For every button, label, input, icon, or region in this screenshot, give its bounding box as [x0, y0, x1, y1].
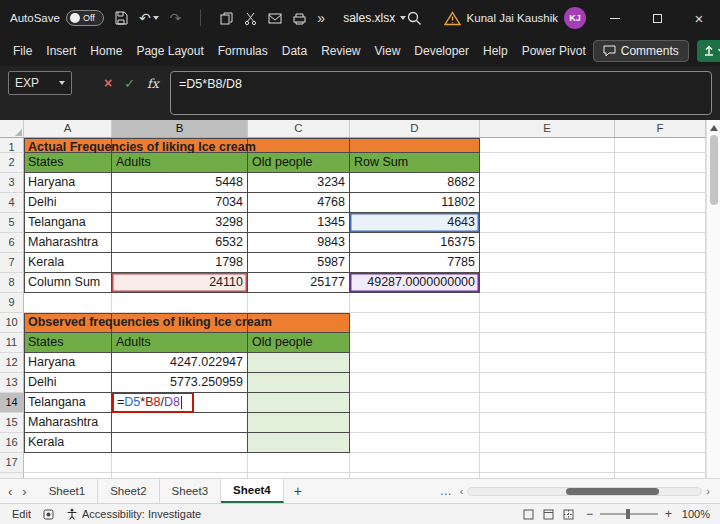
cell-C1[interactable] — [248, 138, 350, 153]
cell-C8[interactable]: 25177 — [248, 273, 350, 293]
save-icon[interactable] — [114, 11, 128, 25]
cell-B9[interactable] — [112, 293, 248, 313]
cell-B7[interactable]: 1798 — [112, 253, 248, 273]
search-icon[interactable] — [407, 11, 422, 26]
sheet-nav-left-icon[interactable]: ‹ — [8, 484, 12, 499]
column-header-C[interactable]: C — [248, 120, 350, 137]
cell-D15[interactable] — [350, 413, 480, 433]
row-header-3[interactable]: 3 — [0, 173, 24, 193]
cell-D10[interactable] — [350, 313, 480, 333]
column-header-D[interactable]: D — [350, 120, 480, 137]
cell-F4[interactable] — [615, 193, 706, 213]
cell-B8[interactable]: 24110 — [112, 273, 248, 293]
close-button[interactable]: × — [678, 0, 720, 36]
cell-D7[interactable]: 7785 — [350, 253, 480, 273]
cell-A3[interactable]: Haryana — [24, 173, 112, 193]
cell-F7[interactable] — [615, 253, 706, 273]
page-layout-view-icon[interactable] — [543, 509, 554, 520]
row-header-2[interactable]: 2 — [0, 153, 24, 173]
cell-F5[interactable] — [615, 213, 706, 233]
maximize-button[interactable] — [636, 0, 678, 36]
cell-A1[interactable]: Actual Frequencies of liking Ice cream — [24, 138, 112, 153]
cell-B11[interactable]: Adults — [112, 333, 248, 353]
menu-tab-power-pivot[interactable]: Power Pivot — [515, 36, 593, 66]
cell-D14[interactable] — [350, 393, 480, 413]
cancel-entry-icon[interactable]: × — [104, 75, 112, 91]
horizontal-scrollbar-thumb[interactable] — [566, 488, 659, 495]
cell-E2[interactable] — [480, 153, 615, 173]
cut-icon[interactable] — [244, 12, 257, 25]
cell-C9[interactable] — [248, 293, 350, 313]
formula-input[interactable]: =D5*B8/D8 — [170, 71, 712, 115]
cell-C14[interactable] — [248, 393, 350, 413]
cell-E6[interactable] — [480, 233, 615, 253]
cell-A12[interactable]: Haryana — [24, 353, 112, 373]
column-header-A[interactable]: A — [24, 120, 112, 137]
cell-A10[interactable]: Observed frequencies of liking Ice cream — [24, 313, 112, 333]
cell-A6[interactable]: Maharashtra — [24, 233, 112, 253]
cell-F13[interactable] — [615, 373, 706, 393]
cell-A2[interactable]: States — [24, 153, 112, 173]
cell-B5[interactable]: 3298 — [112, 213, 248, 233]
cell-F6[interactable] — [615, 233, 706, 253]
row-header-5[interactable]: 5 — [0, 213, 24, 233]
macro-record-button[interactable] — [43, 509, 54, 520]
mail-icon[interactable] — [268, 13, 282, 24]
cell-D4[interactable]: 11802 — [350, 193, 480, 213]
cell-A5[interactable]: Telangana — [24, 213, 112, 233]
sheet-tab-sheet4[interactable]: Sheet4 — [221, 479, 284, 503]
cell-A9[interactable] — [24, 293, 112, 313]
cell-C12[interactable] — [248, 353, 350, 373]
cell-B2[interactable]: Adults — [112, 153, 248, 173]
new-sheet-button[interactable]: + — [284, 479, 312, 503]
cell-E11[interactable] — [480, 333, 615, 353]
zoom-level[interactable]: 100% — [678, 508, 710, 520]
menu-tab-data[interactable]: Data — [275, 36, 314, 66]
cell-C5[interactable]: 1345 — [248, 213, 350, 233]
cell-E9[interactable] — [480, 293, 615, 313]
cell-C7[interactable]: 5987 — [248, 253, 350, 273]
normal-view-icon[interactable] — [523, 509, 534, 520]
undo-icon[interactable]: ↶ — [139, 11, 159, 25]
row-header-14[interactable]: 14 — [0, 393, 24, 413]
cell-B6[interactable]: 6532 — [112, 233, 248, 253]
vertical-scrollbar[interactable] — [706, 120, 720, 478]
menu-tab-insert[interactable]: Insert — [39, 36, 83, 66]
comments-button[interactable]: Comments — [593, 40, 689, 62]
hscroll-left-icon[interactable]: ‹ — [460, 485, 464, 497]
cell-D12[interactable] — [350, 353, 480, 373]
file-name[interactable]: sales.xlsx — [343, 11, 406, 25]
cell-E10[interactable] — [480, 313, 615, 333]
menu-tab-review[interactable]: Review — [314, 36, 367, 66]
minimize-button[interactable] — [594, 0, 636, 36]
cell-E4[interactable] — [480, 193, 615, 213]
cell-A8[interactable]: Column Sum — [24, 273, 112, 293]
user-name[interactable]: Kunal Jai Kaushik — [467, 12, 558, 24]
cell-A7[interactable]: Kerala — [24, 253, 112, 273]
cell-E7[interactable] — [480, 253, 615, 273]
name-box[interactable]: EXP — [8, 71, 72, 95]
menu-tab-page-layout[interactable]: Page Layout — [129, 36, 210, 66]
cell-B3[interactable]: 5448 — [112, 173, 248, 193]
warning-icon[interactable] — [444, 11, 461, 26]
confirm-entry-icon[interactable]: ✓ — [124, 76, 135, 91]
cell-C11[interactable]: Old people — [248, 333, 350, 353]
cell-E14[interactable] — [480, 393, 615, 413]
row-header-9[interactable]: 9 — [0, 293, 24, 313]
sheet-tab-sheet1[interactable]: Sheet1 — [37, 479, 98, 503]
hscroll-right-icon[interactable]: › — [706, 485, 710, 497]
name-box-dropdown-icon[interactable] — [59, 81, 65, 85]
cell-C13[interactable] — [248, 373, 350, 393]
autosave-toggle[interactable]: Off — [66, 10, 104, 26]
cell-F8[interactable] — [615, 273, 706, 293]
zoom-out-button[interactable]: − — [586, 507, 593, 521]
cell-F11[interactable] — [615, 333, 706, 353]
cell-B15[interactable] — [112, 413, 248, 433]
cell-B4[interactable]: 7034 — [112, 193, 248, 213]
cell-F9[interactable] — [615, 293, 706, 313]
cell-A11[interactable]: States — [24, 333, 112, 353]
cell-F15[interactable] — [615, 413, 706, 433]
cell-D13[interactable] — [350, 373, 480, 393]
row-header-10[interactable]: 10 — [0, 313, 24, 333]
cell-F1[interactable] — [615, 138, 706, 153]
